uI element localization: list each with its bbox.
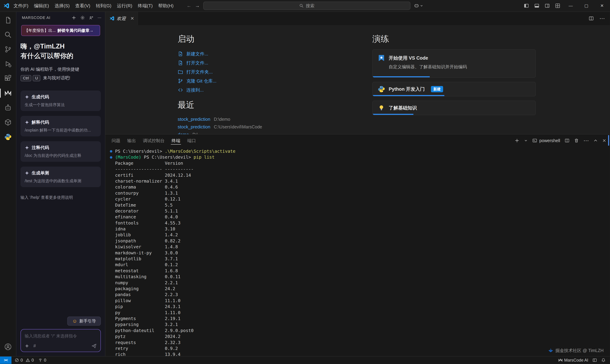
panel-tab-output[interactable]: 输出 <box>124 134 139 147</box>
connect-to-link[interactable]: 连接到... <box>178 86 331 94</box>
package-row: packaging24.2 <box>109 286 610 292</box>
gear-icon[interactable] <box>80 15 85 20</box>
remote-connect-icon <box>178 87 183 93</box>
toggle-sidebar-icon[interactable] <box>521 1 531 10</box>
suggestion-card[interactable]: 生成单测 /test 为这段选中的函数生成单测 <box>21 167 101 187</box>
terminal-output[interactable]: PS C:\Users\devil> .\MarsCode\Scripts\ac… <box>105 147 610 356</box>
panel-tab-terminal[interactable]: 终端 <box>168 134 184 147</box>
explorer-icon[interactable] <box>0 13 16 27</box>
recent-item[interactable]: demo D:\ <box>178 131 331 134</box>
split-editor-icon[interactable] <box>589 16 594 21</box>
sidebar-title: MARSCODE AI <box>22 15 50 20</box>
terminal-dropdown-icon[interactable] <box>524 139 528 143</box>
ai-agent-icon[interactable] <box>0 100 16 115</box>
menu-item[interactable]: 转到(G) <box>93 2 114 10</box>
menu-bar: 文件(F)编辑(E)选择(S)查看(V)转到(G)运行(R)终端(T)帮助(H) <box>11 2 176 10</box>
bell-icon[interactable] <box>601 358 606 363</box>
panel-tab-debug-console[interactable]: 调试控制台 <box>139 134 168 147</box>
walkthrough-python[interactable]: Python 开发入门 新建 <box>372 82 536 96</box>
suggestion-card[interactable]: 解释代码 /explain 解释一下当前选中函数的功... <box>21 116 101 136</box>
copilot-menu[interactable] <box>414 3 423 8</box>
warning-icon <box>26 358 30 363</box>
marscode-status[interactable]: MarsCode AI <box>558 358 588 363</box>
new-terminal-icon[interactable] <box>515 138 519 143</box>
ports-status[interactable]: 0 <box>38 358 46 363</box>
extensions-icon[interactable] <box>0 71 16 86</box>
menu-item[interactable]: 终端(T) <box>135 2 155 10</box>
menu-item[interactable]: 查看(V) <box>72 2 93 10</box>
terminal-instance[interactable]: powershell <box>532 138 560 143</box>
onboarding-button[interactable]: ☺ 新手引导 <box>67 317 101 325</box>
remote-indicator[interactable]: >< <box>0 357 12 364</box>
walkthrough-get-started[interactable]: 开始使用 VS Code 自定义编辑器、了解基础知识并开始编码 <box>372 49 536 78</box>
send-icon[interactable] <box>92 343 97 349</box>
package-row: mdurl0.1.2 <box>109 262 610 268</box>
terminal-table-header: PackageVersion <box>109 160 610 166</box>
problems-status[interactable]: 0 0 <box>15 358 34 363</box>
recent-item[interactable]: stock_prediction D:\demo <box>178 115 331 123</box>
menu-item[interactable]: 运行(R) <box>114 2 135 10</box>
sparkle-icon[interactable] <box>25 344 29 348</box>
panel-maximize-icon[interactable] <box>594 139 598 143</box>
window-close-button[interactable]: ✕ <box>594 0 610 12</box>
greeting-line2: 有什么可以帮你的 <box>21 51 101 61</box>
package-row: requests2.32.3 <box>109 340 610 346</box>
menu-item[interactable]: 选择(S) <box>52 2 72 10</box>
open-folder-link[interactable]: 打开文件夹... <box>178 67 331 77</box>
walkthrough-fundamentals[interactable]: 了解基础知识 <box>372 101 536 115</box>
source-control-icon[interactable] <box>0 42 16 57</box>
nav-forward-icon[interactable]: → <box>195 3 200 9</box>
clone-repo-link[interactable]: 克隆 Git 仓库... <box>178 77 331 86</box>
package-row: kiwisolver1.4.8 <box>109 244 610 250</box>
split-terminal-icon[interactable] <box>565 138 570 143</box>
vscode-tab-icon <box>109 16 114 21</box>
juejin-icon <box>548 348 553 353</box>
suggestion-card[interactable]: 生成代码 生成一个冒泡排序算法 <box>21 91 101 111</box>
menu-item[interactable]: 文件(F) <box>11 2 31 10</box>
panel-tab-ports[interactable]: 端口 <box>184 134 199 147</box>
trash-icon[interactable] <box>574 138 579 143</box>
tab-title: 欢迎 <box>117 15 126 22</box>
panel-close-icon[interactable] <box>602 139 606 143</box>
open-file-link[interactable]: 打开文件... <box>178 58 331 67</box>
promo-banner[interactable]: 【年度报告】出... 解锁专属代码徽章→ <box>21 25 100 36</box>
card-title: 生成单测 <box>32 170 49 176</box>
window-maximize-button[interactable]: ▢ <box>579 0 594 12</box>
nav-back-icon[interactable]: ← <box>186 3 191 9</box>
menu-item[interactable]: 编辑(E) <box>31 2 52 10</box>
run-debug-icon[interactable] <box>0 57 16 71</box>
editor-more-icon[interactable]: ⋯ <box>599 15 605 22</box>
terminal-table-divider: ----------------------------- <box>109 166 610 172</box>
layout-status-icon[interactable] <box>592 358 597 363</box>
toggle-panel-icon[interactable] <box>531 1 542 10</box>
hash-icon[interactable]: # <box>33 343 36 349</box>
python-icon[interactable] <box>0 130 16 144</box>
more-icon[interactable]: ⋯ <box>97 15 102 20</box>
menu-item[interactable]: 帮助(H) <box>155 2 176 10</box>
chat-input[interactable]: 输入消息或者 "/" 来选择指令 # <box>21 329 101 352</box>
terminal-scrollbar[interactable] <box>608 135 609 146</box>
suggestion-card[interactable]: 注释代码 /doc 为当前选中的代码生成注释 <box>21 141 101 162</box>
command-center-search[interactable]: 搜索 <box>203 1 411 10</box>
search-placeholder: 搜索 <box>306 3 315 9</box>
customize-layout-icon[interactable] <box>552 1 563 10</box>
intro-text: 你的 AI 编程助手，使用快捷键 CtrlU 来与我对话吧! <box>21 65 101 82</box>
tab-close-icon[interactable]: ✕ <box>130 16 134 21</box>
recent-item[interactable]: stock_prediction C:\Users\devil\MarsCode <box>178 123 331 131</box>
tab-welcome[interactable]: 欢迎 ✕ <box>105 12 138 25</box>
new-chat-icon[interactable] <box>71 15 76 20</box>
share-icon[interactable] <box>89 15 94 20</box>
key-ctrl: Ctrl <box>21 75 31 81</box>
key-u: U <box>33 75 40 81</box>
panel-more-icon[interactable]: ⋯ <box>583 137 589 144</box>
window-minimize-button[interactable]: — <box>563 0 579 12</box>
package-icon[interactable] <box>0 115 16 130</box>
account-icon[interactable] <box>0 339 16 354</box>
chevron-down-icon <box>420 4 423 7</box>
panel-tab-problems[interactable]: 问题 <box>108 134 124 147</box>
toggle-secondary-sidebar-icon[interactable] <box>542 1 552 10</box>
sparkle-icon <box>25 171 29 175</box>
search-nav-icon[interactable] <box>0 27 16 42</box>
marscode-icon[interactable] <box>0 86 16 100</box>
new-file-link[interactable]: 新建文件... <box>178 49 331 58</box>
